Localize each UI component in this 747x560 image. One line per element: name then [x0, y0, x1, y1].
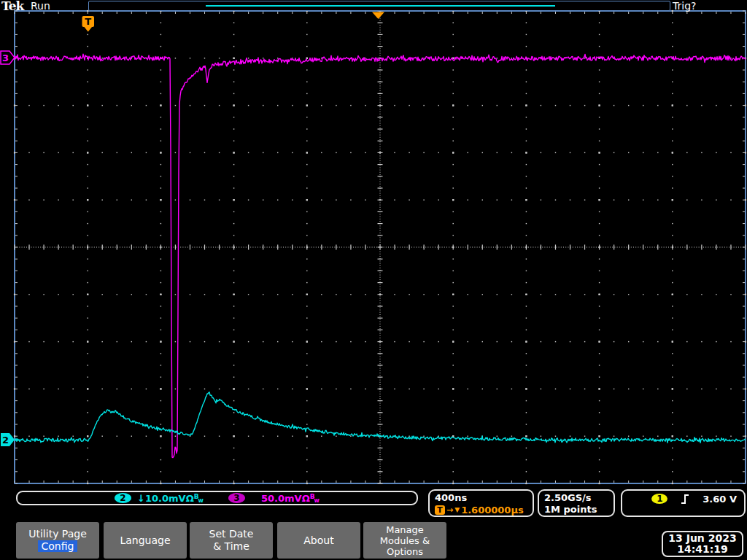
datetime-box: 13 Jun 2023 14:41:19	[662, 531, 743, 557]
date-readout: 13 Jun 2023	[663, 533, 742, 544]
ch3-badge[interactable]: 3	[228, 493, 245, 503]
menu-button-manage-modules-options[interactable]: ManageModules &Options	[363, 522, 446, 559]
delay-t-icon: T	[435, 505, 445, 515]
menu-button-label: About	[303, 534, 333, 546]
scope-display: T 3 2	[0, 0, 747, 560]
sample-rate-readout: 2.50GS/s	[544, 492, 614, 504]
menu-button-label: Config	[38, 540, 78, 552]
timebase-readout: 400ns	[435, 492, 533, 504]
delay-value: 1.600000µs	[461, 504, 524, 516]
expansion-point-marker[interactable]	[372, 12, 384, 20]
record-view-waveform	[206, 5, 555, 7]
trigger-t-label: T	[85, 16, 91, 27]
record-length-readout: 1M points	[544, 504, 614, 516]
graticule-center-axes	[15, 11, 746, 483]
ch2-badge[interactable]: 2	[115, 493, 131, 503]
menu-button-set-date-time[interactable]: Set Date& Time	[190, 522, 273, 559]
time-readout: 14:41:19	[663, 544, 742, 555]
delay-arrow-icon: →	[446, 504, 453, 516]
menu-button-utility-page-config[interactable]: Utility PageConfig	[16, 522, 99, 559]
ch3-scale-readout: 50.0mVΩBw	[261, 493, 320, 504]
delay-readout: T → ▼ 1.600000µs	[435, 504, 533, 516]
ch2-reference-flag[interactable]: 2	[1, 433, 15, 446]
ch3-waveform-trace	[15, 54, 746, 457]
acquisition-readout-box[interactable]: 2.50GS/s 1M points	[538, 489, 615, 517]
menu-button-label: Manage	[386, 524, 424, 535]
menu-button-label: Language	[120, 534, 170, 546]
menu-button-label: Modules &	[380, 535, 430, 546]
menu-button-language[interactable]: Language	[104, 522, 187, 559]
delay-marker-icon: ▼	[454, 504, 460, 516]
ch3-reference-flag[interactable]: 3	[1, 51, 15, 64]
horizontal-readout-box[interactable]: 400ns T → ▼ 1.600000µs	[428, 489, 534, 517]
acquisition-status: Run	[31, 0, 50, 12]
trigger-readout-box[interactable]: 1 3.60 V	[621, 489, 746, 517]
channel-readout-box[interactable]: 2 ↓10.0mVΩBw 3 50.0mVΩBw	[16, 491, 418, 505]
trigger-level-readout: 3.60 V	[703, 494, 737, 505]
ch2-scale-readout: ↓10.0mVΩBw	[137, 493, 204, 504]
ch2-flag-label: 2	[2, 435, 9, 446]
trigger-t-marker[interactable]: T	[82, 16, 95, 32]
menu-button-label: Utility Page	[28, 528, 87, 540]
menu-button-label: & Time	[213, 540, 249, 552]
rising-edge-icon	[681, 494, 689, 505]
tek-logo: Tek	[1, 0, 23, 13]
trigger-status: Trig?	[673, 0, 696, 12]
trigger-source-badge[interactable]: 1	[651, 494, 667, 504]
menu-button-about[interactable]: About	[277, 522, 360, 559]
ch3-flag-label: 3	[2, 52, 9, 63]
menu-button-label: Set Date	[209, 528, 254, 540]
menu-button-label: Options	[387, 546, 423, 557]
